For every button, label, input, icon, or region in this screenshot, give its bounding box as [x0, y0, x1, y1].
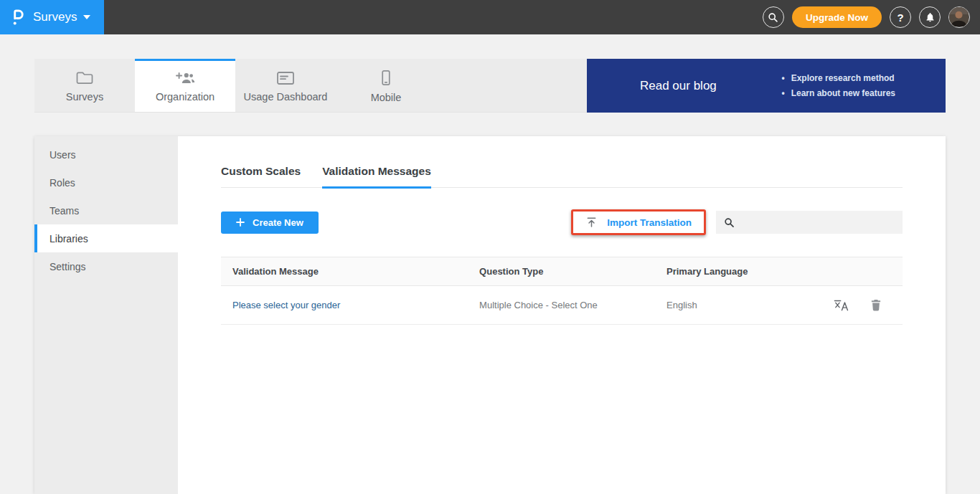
nav-tab-label: Mobile: [371, 92, 402, 103]
column-validation-message: Validation Message: [221, 257, 468, 286]
banner-bullet: Learn about new features: [781, 88, 895, 98]
tab-validation-messages[interactable]: Validation Messages: [322, 165, 431, 189]
create-new-label: Create New: [253, 217, 303, 228]
translate-icon[interactable]: [834, 299, 849, 311]
toolbar-right: Import Translation: [571, 209, 903, 235]
libraries-content: Custom Scales Validation Messages Create…: [178, 136, 946, 494]
product-menu[interactable]: Surveys: [0, 0, 104, 34]
column-actions: [822, 257, 903, 286]
primary-nav: Surveys Organization: [34, 59, 587, 113]
toolbar: Create New Import Translation: [221, 209, 903, 235]
settings-sidebar: Users Roles Teams Libraries Settings: [34, 136, 178, 494]
dashboard-card-icon: [276, 71, 295, 85]
search-input[interactable]: [741, 217, 903, 228]
help-button[interactable]: ?: [890, 6, 911, 28]
search-button[interactable]: [763, 6, 784, 28]
blog-banner-title[interactable]: Read our blog: [640, 79, 717, 93]
plus-icon: [236, 218, 245, 227]
nav-tab-surveys[interactable]: Surveys: [34, 59, 135, 112]
trash-icon[interactable]: [871, 299, 881, 311]
topbar-actions: Upgrade Now ?: [763, 6, 980, 28]
sidebar-item-users[interactable]: Users: [34, 141, 178, 168]
annotation-highlight-box: Import Translation: [571, 209, 706, 235]
validation-messages-table: Validation Message Question Type Primary…: [221, 257, 903, 325]
table-row: Please select your gender Multiple Choic…: [221, 286, 903, 325]
bell-icon: [925, 11, 936, 23]
blog-banner: Read our blog Explore research method Le…: [587, 59, 946, 113]
upgrade-now-button[interactable]: Upgrade Now: [792, 6, 882, 28]
create-new-button[interactable]: Create New: [221, 212, 319, 234]
table-header-row: Validation Message Question Type Primary…: [221, 257, 903, 286]
sidebar-item-settings[interactable]: Settings: [34, 252, 178, 280]
nav-tab-organization[interactable]: Organization: [135, 59, 235, 112]
topbar: Surveys Upgrade Now ?: [0, 0, 980, 34]
sidebar-item-teams[interactable]: Teams: [34, 196, 178, 224]
search-icon: [768, 12, 778, 23]
upload-icon: [585, 217, 598, 228]
primary-language-cell: English: [655, 286, 822, 325]
tab-custom-scales[interactable]: Custom Scales: [221, 165, 301, 189]
question-type-cell: Multiple Choice - Select One: [468, 286, 655, 325]
product-menu-label: Surveys: [33, 10, 77, 24]
nav-tab-label: Usage Dashboard: [244, 91, 328, 103]
notifications-button[interactable]: [919, 6, 941, 28]
nav-tab-mobile[interactable]: Mobile: [336, 59, 436, 112]
import-translation-label: Import Translation: [607, 217, 692, 228]
search-icon: [724, 217, 735, 228]
group-add-icon: [175, 70, 195, 85]
mobile-icon: [381, 70, 391, 86]
column-question-type: Question Type: [468, 257, 655, 286]
chevron-down-icon: [83, 15, 90, 19]
sidebar-item-roles[interactable]: Roles: [34, 168, 178, 196]
table-search: [716, 211, 903, 234]
nav-tab-label: Organization: [156, 91, 215, 103]
libraries-tabs: Custom Scales Validation Messages: [221, 165, 903, 188]
blog-banner-bullets: Explore research method Learn about new …: [781, 68, 895, 103]
import-translation-button[interactable]: Import Translation: [573, 212, 704, 233]
nav-tab-label: Surveys: [66, 91, 103, 103]
questionpro-logo-icon: [11, 8, 26, 27]
help-icon: ?: [897, 11, 903, 24]
validation-message-link[interactable]: Please select your gender: [232, 300, 340, 310]
folder-icon: [75, 70, 94, 85]
sidebar-item-libraries[interactable]: Libraries: [34, 224, 178, 252]
banner-bullet: Explore research method: [781, 73, 895, 83]
main-card: Users Roles Teams Libraries Settings Cus…: [34, 136, 946, 494]
nav-tab-usage-dashboard[interactable]: Usage Dashboard: [235, 59, 336, 112]
header-band: Surveys Organization: [34, 59, 946, 113]
column-primary-language: Primary Language: [655, 257, 822, 286]
avatar[interactable]: [948, 6, 970, 28]
